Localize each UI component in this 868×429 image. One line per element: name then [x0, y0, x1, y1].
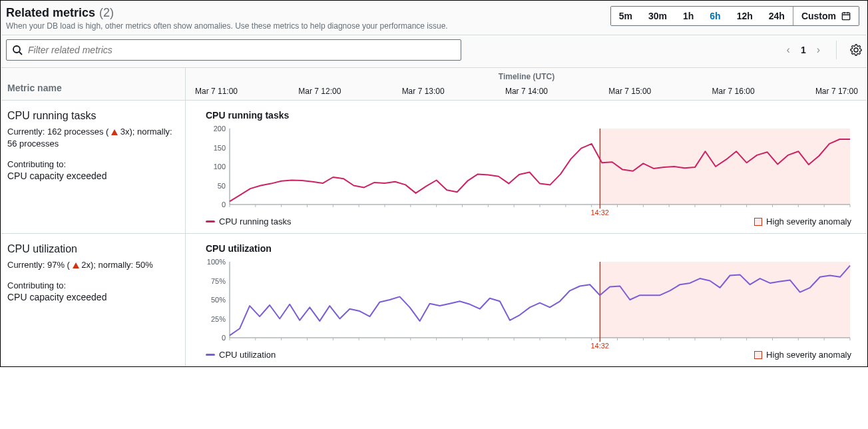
svg-rect-40 [600, 262, 850, 338]
svg-text:0: 0 [222, 334, 226, 342]
calendar-icon [841, 11, 851, 21]
timeline-tick: Mar 7 13:00 [402, 87, 445, 96]
legend-line-icon [206, 220, 215, 222]
metric-name: CPU running tasks [7, 110, 178, 122]
svg-text:200: 200 [214, 126, 226, 133]
time-range-24h[interactable]: 24h [761, 7, 793, 25]
metric-current-value: Currently: 97% ( 2x); normally: 50% [7, 259, 178, 271]
timeline-tick: Mar 7 14:00 [505, 87, 548, 96]
timeline-ticks: Mar 7 11:00 Mar 7 12:00 Mar 7 13:00 Mar … [192, 87, 861, 96]
up-triangle-icon [73, 262, 79, 268]
metric-count: (2) [99, 6, 114, 20]
time-range-5m[interactable]: 5m [611, 7, 640, 25]
anomaly-time-marker: 14:32 [590, 342, 609, 350]
legend-series: CPU utilization [206, 350, 276, 360]
divider [836, 41, 837, 59]
time-range-custom[interactable]: Custom [793, 7, 859, 25]
legend-line-icon [206, 354, 215, 356]
chart-title: CPU utilization [206, 243, 851, 254]
timeline-tick: Mar 7 15:00 [608, 87, 651, 96]
metric-chart-panel: CPU running tasks 200150100500 14:32 CPU… [186, 101, 867, 233]
timeline-tick: Mar 7 17:00 [815, 87, 858, 96]
svg-text:0: 0 [222, 201, 226, 209]
svg-text:50%: 50% [211, 296, 226, 304]
metric-chart-panel: CPU utilization 100%75%50%25%0 14:32 CPU… [186, 234, 867, 366]
legend-anomaly: High severity anomaly [754, 216, 851, 226]
timeline-tick: Mar 7 12:00 [298, 87, 341, 96]
anomaly-time-marker: 14:32 [590, 209, 609, 216]
time-range-selector: 5m 30m 1h 6h 12h 24h Custom [610, 6, 859, 26]
svg-text:75%: 75% [211, 277, 226, 285]
page-subtitle: When your DB load is high, other metrics… [6, 21, 448, 31]
page-title: Related metrics [6, 6, 95, 20]
svg-rect-6 [600, 129, 850, 205]
chart-cpu-running-tasks[interactable]: 200150100500 [206, 126, 851, 213]
svg-line-5 [19, 52, 22, 55]
svg-point-4 [13, 46, 20, 53]
filter-row: ‹ 1 › [1, 35, 867, 68]
metric-row: CPU running tasks Currently: 162 process… [1, 101, 867, 234]
timeline-tick: Mar 7 11:00 [195, 87, 238, 96]
metric-row: CPU utilization Currently: 97% ( 2x); no… [1, 234, 867, 366]
header-bar: Related metrics (2) When your DB load is… [1, 1, 867, 35]
filter-input-wrap[interactable] [6, 39, 461, 61]
contributing-label: Contributing to: [7, 280, 178, 290]
contributing-value: CPU capacity exceeded [7, 292, 178, 302]
legend-box-icon [754, 351, 762, 359]
legend-anomaly: High severity anomaly [754, 350, 851, 360]
svg-text:50: 50 [218, 182, 226, 190]
contributing-value: CPU capacity exceeded [7, 171, 178, 181]
custom-label: Custom [801, 11, 836, 21]
pagination-prev-icon[interactable]: ‹ [787, 44, 790, 56]
svg-text:100%: 100% [207, 259, 226, 266]
svg-text:150: 150 [214, 144, 226, 152]
metric-current-value: Currently: 162 processes ( 3x); normally… [7, 126, 178, 150]
legend-series: CPU running tasks [206, 216, 291, 226]
search-icon [12, 45, 23, 55]
metric-info-panel: CPU utilization Currently: 97% ( 2x); no… [1, 234, 186, 366]
timeline-tick: Mar 7 16:00 [712, 87, 755, 96]
metric-name: CPU utilization [7, 243, 178, 255]
column-header-metric-name: Metric name [1, 68, 186, 100]
svg-rect-0 [842, 13, 849, 20]
table-header: Metric name Timeline (UTC) Mar 7 11:00 M… [1, 68, 867, 101]
filter-input[interactable] [28, 45, 455, 55]
contributing-label: Contributing to: [7, 159, 178, 169]
pagination: ‹ 1 › [787, 44, 820, 56]
time-range-12h[interactable]: 12h [729, 7, 761, 25]
pagination-current: 1 [801, 45, 806, 55]
legend-box-icon [754, 218, 762, 226]
pagination-next-icon[interactable]: › [817, 44, 820, 56]
settings-button[interactable] [850, 44, 862, 56]
svg-text:25%: 25% [211, 315, 226, 323]
svg-text:100: 100 [214, 163, 226, 171]
chart-title: CPU running tasks [206, 110, 851, 121]
time-range-6h[interactable]: 6h [702, 7, 728, 25]
time-range-1h[interactable]: 1h [675, 7, 702, 25]
metric-info-panel: CPU running tasks Currently: 162 process… [1, 101, 186, 233]
time-range-30m[interactable]: 30m [640, 7, 675, 25]
chart-cpu-utilization[interactable]: 100%75%50%25%0 [206, 259, 851, 346]
timeline-label: Timeline (UTC) [192, 72, 861, 81]
up-triangle-icon [111, 129, 118, 135]
